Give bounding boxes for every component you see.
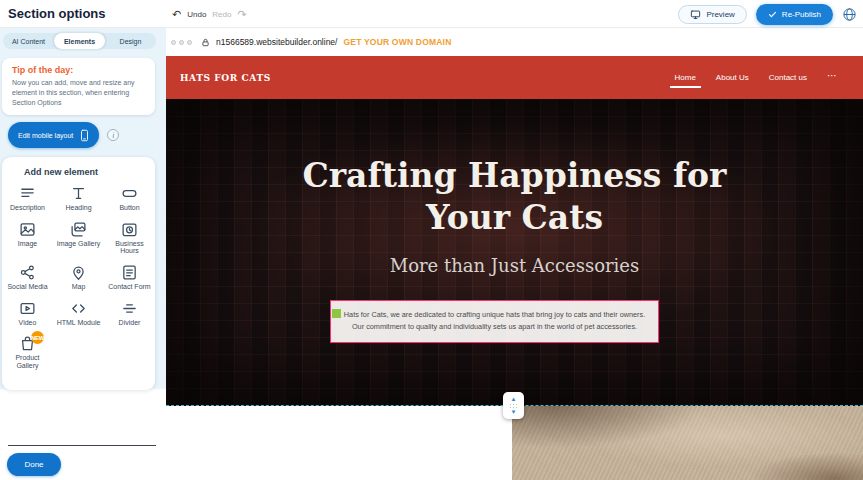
- page-title: Section options: [8, 6, 106, 21]
- undo-icon[interactable]: ↶: [172, 9, 181, 20]
- screen: Section options ↶ Undo Redo ↷ Preview: [0, 0, 863, 480]
- redo-icon[interactable]: ↷: [237, 9, 246, 20]
- element-label: Button: [119, 204, 139, 212]
- url-text[interactable]: n1566589.websitebuilder.online/: [216, 37, 337, 47]
- heading-icon: [70, 185, 87, 202]
- element-label: Image: [18, 240, 37, 248]
- new-badge: NEW: [31, 331, 44, 344]
- element-image-gallery[interactable]: Image Gallery: [55, 221, 102, 255]
- nav-more-icon[interactable]: ⋯: [827, 71, 837, 84]
- preview-button[interactable]: Preview: [678, 5, 746, 24]
- phone-icon: [80, 129, 89, 142]
- undo-button[interactable]: Undo: [187, 10, 206, 19]
- element-video[interactable]: Video: [4, 300, 51, 327]
- tip-card: Tip of the day: Now you can add, move an…: [2, 58, 155, 115]
- grip-dots-icon: [509, 403, 518, 408]
- done-button[interactable]: Done: [7, 453, 61, 476]
- site-nav: Home About Us Contact us ⋯: [675, 66, 838, 89]
- element-label: Heading: [65, 204, 91, 212]
- redo-button[interactable]: Redo: [212, 10, 231, 19]
- tab-elements[interactable]: Elements: [54, 33, 105, 49]
- site-preview: n1566589.websitebuilder.online/ GET YOUR…: [166, 28, 863, 480]
- tab-ai-content[interactable]: AI Content: [3, 33, 54, 49]
- element-label: Business Hours: [106, 240, 153, 255]
- lock-icon: [201, 38, 210, 47]
- preview-label: Preview: [706, 10, 734, 19]
- element-label: Map: [72, 283, 86, 291]
- tip-title: Tip of the day:: [12, 65, 145, 75]
- element-drag-handle[interactable]: [332, 309, 341, 318]
- image-icon: [19, 221, 36, 238]
- paragraph-text: Hats for Cats, we are dedicated to craft…: [344, 310, 645, 331]
- contact-form-icon: [121, 264, 138, 281]
- button-icon: [121, 185, 138, 202]
- site-header: HATS FOR CATS Home About Us Contact us ⋯: [166, 56, 863, 99]
- element-business-hours[interactable]: Business Hours: [106, 221, 153, 255]
- element-contact-form[interactable]: Contact Form: [106, 264, 153, 291]
- element-label: Video: [19, 319, 37, 327]
- element-label: Image Gallery: [57, 240, 101, 248]
- element-label: Product Gallery: [4, 354, 51, 369]
- sidebar-divider: [8, 445, 156, 446]
- nav-home[interactable]: Home: [675, 66, 696, 89]
- republish-button[interactable]: Re-Publish: [756, 4, 833, 25]
- map-icon: [70, 264, 87, 281]
- topbar-actions: Preview Re-Publish: [678, 0, 857, 28]
- sidebar: AI Content Elements Design Tip of the da…: [0, 28, 166, 480]
- nav-contact-us[interactable]: Contact us: [769, 66, 807, 89]
- business-hours-icon: [121, 221, 138, 238]
- edit-mobile-layout-button[interactable]: Edit mobile layout: [8, 122, 99, 148]
- element-product-gallery[interactable]: NEW Product Gallery: [4, 335, 51, 369]
- resize-down-icon: ▼: [511, 409, 517, 415]
- republish-label: Re-Publish: [782, 10, 821, 19]
- element-divider[interactable]: Divider: [106, 300, 153, 327]
- browser-bar: n1566589.websitebuilder.online/ GET YOUR…: [166, 28, 863, 56]
- resize-up-icon: ▲: [511, 396, 517, 402]
- hero-title-line2: Your Cats: [426, 198, 603, 237]
- element-label: Social Media: [7, 283, 47, 291]
- nav-about-us[interactable]: About Us: [716, 66, 749, 89]
- element-social-media[interactable]: Social Media: [4, 264, 51, 291]
- element-map[interactable]: Map: [55, 264, 102, 291]
- divider-icon: [121, 300, 138, 317]
- element-html-module[interactable]: HTML Module: [55, 300, 102, 327]
- element-description[interactable]: Description: [4, 185, 51, 212]
- element-label: Divider: [119, 319, 141, 327]
- monitor-icon: [690, 9, 701, 20]
- hero-title[interactable]: Crafting Happiness for Your Cats: [166, 155, 863, 239]
- tip-body: Now you can add, move and resize any ele…: [12, 78, 145, 108]
- description-icon: [19, 185, 36, 202]
- element-label: Description: [10, 204, 45, 212]
- element-button[interactable]: Button: [106, 185, 153, 212]
- video-icon: [19, 300, 36, 317]
- check-icon: [768, 10, 777, 19]
- language-globe-icon[interactable]: [842, 7, 857, 22]
- element-heading[interactable]: Heading: [55, 185, 102, 212]
- element-grid: Description Heading Button: [2, 185, 155, 370]
- topbar: Section options ↶ Undo Redo ↷ Preview: [0, 0, 863, 28]
- hero-subtitle[interactable]: More than Just Accessories: [166, 255, 863, 276]
- tab-design[interactable]: Design: [105, 33, 156, 49]
- window-dots-icon: [171, 40, 192, 45]
- hero-section[interactable]: Crafting Happiness for Your Cats More th…: [166, 99, 863, 406]
- selected-text-element[interactable]: Hats for Cats, we are dedicated to craft…: [330, 300, 659, 343]
- sidebar-tabs: AI Content Elements Design: [3, 33, 156, 49]
- add-panel-title: Add new element: [2, 167, 155, 177]
- element-label: HTML Module: [57, 319, 101, 327]
- next-section-image[interactable]: [512, 406, 863, 480]
- element-label: Contact Form: [108, 283, 150, 291]
- html-module-icon: [70, 300, 87, 317]
- mobile-layout-row: Edit mobile layout i: [8, 122, 119, 148]
- section-resize-handle[interactable]: ▲ ▼: [503, 392, 524, 419]
- site-logo[interactable]: HATS FOR CATS: [180, 73, 271, 83]
- image-gallery-icon: [70, 221, 87, 238]
- hero-title-line1: Crafting Happiness for: [302, 156, 726, 195]
- social-media-icon: [19, 264, 36, 281]
- info-icon[interactable]: i: [107, 129, 119, 141]
- undo-redo-group: ↶ Undo Redo ↷: [172, 0, 247, 28]
- add-element-panel: Add new element Description Heading: [2, 157, 155, 390]
- edit-mobile-label: Edit mobile layout: [18, 132, 73, 139]
- element-image[interactable]: Image: [4, 221, 51, 255]
- get-domain-link[interactable]: GET YOUR OWN DOMAIN: [343, 37, 451, 47]
